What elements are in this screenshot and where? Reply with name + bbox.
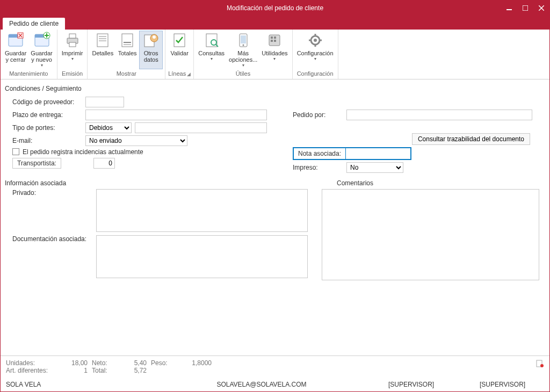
chevron-down-icon: ▾ [71, 57, 74, 62]
svg-point-33 [242, 45, 244, 46]
section-condiciones-title: Condiciones / Seguimiento [5, 85, 545, 92]
ribbon-group-emision: Imprimir ▾ Emisión [57, 30, 88, 79]
chevron-down-icon: ▾ [41, 63, 43, 68]
svg-point-40 [314, 39, 317, 42]
label-doc-asociada: Documentación asociada: [5, 235, 96, 243]
chevron-down-icon: ▾ [242, 63, 244, 68]
mas-opciones-button[interactable]: Más opciones... ▾ [227, 31, 259, 69]
ribbon-group-configuracion: Configuración ▾ Configuración [293, 30, 338, 79]
otros-datos-button[interactable]: Otros datos [139, 31, 163, 69]
imprimir-button[interactable]: Imprimir ▾ [60, 31, 85, 69]
utilidades-button[interactable]: Utilidades ▾ [259, 31, 290, 69]
details-icon [94, 32, 111, 49]
svg-rect-35 [271, 37, 273, 39]
status-user1: [SUPERVISOR] [388, 381, 480, 388]
content: Condiciones / Seguimiento Código de prov… [1, 79, 549, 355]
guardar-cerrar-button[interactable]: Guardar y cerrar [3, 31, 28, 69]
svg-rect-17 [97, 34, 108, 47]
label-incidencias: El pedido registra incidencias actualmen… [23, 148, 143, 156]
label-tipo-portes: Tipo de portes: [5, 124, 85, 132]
svg-rect-1 [523, 5, 528, 11]
footer: Unidades:Art. diferentes: 18,001 Neto:To… [1, 355, 549, 391]
gear-icon [307, 32, 324, 49]
tipo-portes-extra-input[interactable] [135, 122, 267, 133]
plazo-entrega-input[interactable] [85, 110, 267, 120]
configuracion-button[interactable]: Configuración ▾ [295, 31, 336, 69]
nota-asociada-box: Nota asociada: [293, 147, 411, 160]
status-user2: [SUPERVISOR] [480, 381, 544, 388]
save-new-icon [33, 32, 50, 49]
svg-rect-37 [271, 40, 273, 42]
save-close-icon [7, 32, 24, 49]
totales-button[interactable]: Totales [115, 31, 139, 69]
info-section: Información asociada Privado: Documentac… [5, 177, 545, 282]
transportista-button[interactable]: Transportista: [12, 158, 61, 169]
ribbon-group-lineas: Validar Líneas◢ [165, 30, 194, 79]
tab-pedido-cliente[interactable]: Pedido de cliente [3, 18, 65, 30]
tipo-portes-select[interactable]: Debidos [85, 122, 132, 133]
status-email: SOLAVELA@SOLAVELA.COM [135, 381, 388, 388]
section-info-title: Información asociada [5, 179, 322, 187]
validate-icon [171, 32, 188, 49]
minimize-button[interactable] [501, 1, 517, 16]
statusbar: SOLA VELA SOLAVELA@SOLAVELA.COM [SUPERVI… [1, 378, 549, 391]
window: Modificación del pedido de cliente Pedid… [0, 0, 550, 392]
label-impreso: Impreso: [293, 164, 346, 171]
form-area: Código de proveedor: Plazo de entrega: T… [5, 97, 545, 175]
svg-rect-36 [274, 37, 276, 39]
svg-rect-0 [506, 9, 512, 10]
maximize-button[interactable] [517, 1, 533, 16]
label-email: E-mail: [5, 137, 85, 144]
email-select[interactable]: No enviado [85, 135, 187, 146]
svg-rect-32 [241, 35, 246, 43]
ribbon-group-mantenimiento: Guardar y cerrar Guardar y nuevo ▾ Mante… [1, 30, 57, 79]
doc-asociada-textarea[interactable] [96, 235, 308, 278]
titlebar: Modificación del pedido de cliente [1, 1, 549, 16]
utilities-icon [266, 32, 283, 49]
window-controls [501, 1, 549, 16]
chevron-down-icon: ▾ [273, 57, 276, 62]
lineas-launcher[interactable]: ◢ [187, 71, 191, 77]
nota-asociada-input[interactable] [346, 148, 410, 159]
validar-button[interactable]: Validar [168, 31, 191, 69]
chevron-down-icon: ▾ [211, 57, 213, 62]
transportista-input[interactable] [93, 158, 115, 169]
other-data-icon [142, 32, 160, 49]
label-privado: Privado: [5, 189, 96, 197]
ribbon-group-utiles: Consultas ▾ Más opciones... ▾ Utilidades… [194, 30, 292, 79]
close-button[interactable] [533, 1, 549, 16]
svg-rect-16 [69, 42, 76, 47]
svg-rect-38 [274, 40, 276, 42]
more-options-icon [235, 32, 252, 49]
ribbon: Guardar y cerrar Guardar y nuevo ▾ Mante… [1, 30, 549, 79]
queries-icon [203, 32, 220, 49]
svg-point-46 [540, 364, 544, 367]
consultas-button[interactable]: Consultas ▾ [196, 31, 227, 69]
section-comentarios-title: Comentarios [322, 179, 545, 187]
pedido-por-input[interactable] [346, 110, 532, 120]
tab-strip: Pedido de cliente [1, 16, 549, 30]
guardar-nuevo-button[interactable]: Guardar y nuevo ▾ [28, 31, 54, 69]
label-nota-asociada: Nota asociada: [294, 148, 346, 159]
svg-rect-15 [69, 34, 76, 38]
chevron-down-icon: ▾ [314, 57, 316, 62]
label-plazo-entrega: Plazo de entrega: [5, 111, 85, 119]
label-codigo-proveedor: Código de proveedor: [5, 98, 85, 106]
totals-icon [119, 32, 136, 49]
footer-stats: Unidades:Art. diferentes: 18,001 Neto:To… [1, 356, 549, 378]
label-pedido-por: Pedido por: [293, 111, 346, 119]
status-company: SOLA VELA [6, 381, 135, 388]
trazabilidad-button[interactable]: Consultar trazabilidad del documento [412, 133, 530, 145]
incidencias-checkbox[interactable] [12, 148, 19, 155]
window-title: Modificación del pedido de cliente [227, 4, 323, 12]
detalles-button[interactable]: Detalles [90, 31, 115, 69]
flag-icon[interactable] [535, 359, 544, 368]
privado-textarea[interactable] [96, 189, 308, 232]
svg-point-26 [153, 35, 156, 39]
ribbon-group-mostrar: Detalles Totales Otros datos Mostrar [88, 30, 165, 79]
codigo-proveedor-input[interactable] [85, 97, 124, 107]
printer-icon [64, 32, 81, 49]
comentarios-textarea[interactable] [322, 189, 539, 280]
impreso-select[interactable]: No [346, 162, 403, 173]
